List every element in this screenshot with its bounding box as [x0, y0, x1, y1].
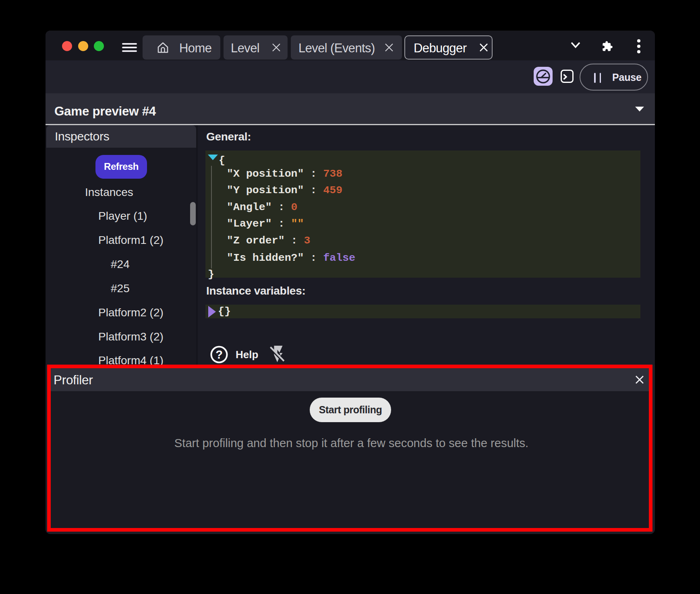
svg-text:?: ?	[215, 348, 223, 361]
